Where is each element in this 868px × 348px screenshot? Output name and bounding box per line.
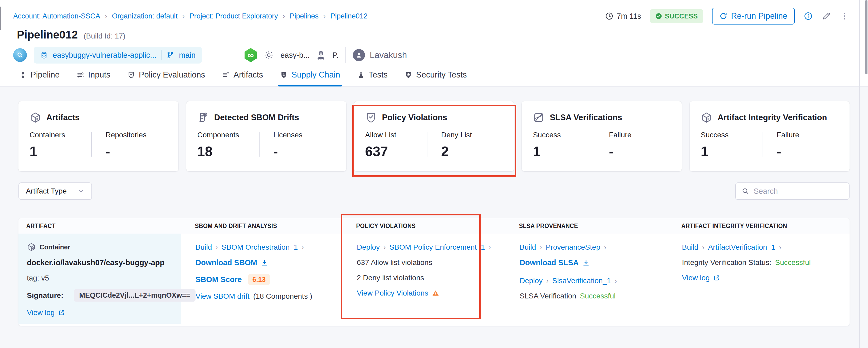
breadcrumb-separator [105,12,107,20]
top-actions: 7m 11s SUCCESS Re-run Pipeline [605,8,849,25]
external-link-icon [713,274,720,281]
metric-label: Containers [30,131,91,139]
stage-link[interactable]: Build [520,243,536,252]
clock-icon [605,12,614,20]
table-header-row: ARTIFACT SBOM AND DRIFT ANALYSIS POLICY … [19,218,849,234]
download-icon [582,259,590,266]
col-sbom: SBOM AND DRIFT ANALYSIS [187,222,336,230]
tab-supply-chain[interactable]: Supply Chain [280,70,340,86]
artifact-type-label: Artifact Type [26,187,67,195]
metric-label: Allow List [365,131,427,139]
metric-value: 1 [533,143,594,159]
metric-value: 637 [365,143,427,159]
col-slsa: SLSA PROVENANCE [511,222,661,230]
user-avatar [353,49,365,61]
top-bar: Account: Automation-SSCA Organization: d… [0,0,868,24]
stage-link[interactable]: Build [195,243,212,252]
col-artifact: ARTIFACT [19,222,174,230]
sbom-score-link[interactable]: SBOM Score [195,275,242,284]
card-title: Detected SBOM Drifts [214,113,299,122]
summary-cards: Artifacts Containers 1 Repositories - [19,101,849,171]
metric-value: 1 [701,143,762,159]
step-link[interactable]: SlsaVerification_1 [552,277,611,285]
search-input[interactable] [754,187,843,196]
allow-list-violations: 637 Allow list violations [357,258,432,267]
pill-divider [161,50,161,60]
download-slsa-link[interactable]: Download SLSA [520,258,579,267]
tab-label: Inputs [88,70,110,80]
breadcrumb-organization[interactable]: Organization: default [112,12,178,20]
tab-label: Security Tests [416,70,467,80]
artifact-type-badge: Container [39,243,70,251]
info-icon[interactable] [804,11,813,21]
scrollbar-thumb[interactable] [865,0,867,74]
tab-label: Supply Chain [291,70,340,80]
breadcrumb-project[interactable]: Project: Product Exploratory [189,12,278,20]
git-branch-icon [166,51,174,59]
metric-value: - [105,143,167,159]
metric-value: - [777,143,838,159]
slsa-status-value: Successful [580,292,616,300]
step-link[interactable]: SBOM Orchestration_1 [222,243,298,252]
service-name[interactable]: easy-b... [280,51,310,60]
signature-value[interactable]: MEQCICde2Vjl...L+2+mqnOXw== [74,289,195,301]
supply-chain-content: Artifacts Containers 1 Repositories - [0,86,868,348]
cube-icon [701,112,712,123]
metric-label: Success [701,131,762,139]
integrity-status-value: Successful [775,258,811,267]
pipeline-icon [19,71,27,79]
edit-pipeline-icon[interactable] [822,11,831,21]
breadcrumb-pipeline012[interactable]: Pipeline012 [331,12,368,20]
tab-security-tests[interactable]: Security Tests [404,70,467,86]
step-link[interactable]: SBOM Policy Enforcement_1 [390,243,485,252]
view-policy-violations-link[interactable]: View Policy Violations [357,289,428,297]
cell-policy-violations: Deploy SBOM Policy Enforcement_1 637 All… [348,234,511,326]
artifacts-icon [222,71,230,79]
tab-pipeline[interactable]: Pipeline [19,70,60,86]
cube-icon [30,112,41,123]
step-link[interactable]: ProvenanceStep [546,243,600,252]
view-log-link[interactable]: View log [682,274,710,282]
stage-link[interactable]: Deploy [357,243,380,252]
breadcrumb-account[interactable]: Account: Automation-SSCA [13,12,100,20]
trigger-user-name: Lavakush [370,50,407,60]
branch-name[interactable]: main [179,51,195,60]
view-log-link[interactable]: View log [27,309,55,317]
cell-sbom-drift: Build SBOM Orchestration_1 Download SBOM… [187,234,348,326]
repo-name[interactable]: easybuggy-vulnerable-applic... [53,51,156,60]
codebase-icon [13,48,27,62]
breadcrumb-separator [182,12,185,20]
more-options-icon[interactable] [840,11,849,21]
cell-artifact: Container docker.io/lavakush07/easy-bugg… [19,234,187,326]
step-link[interactable]: ArtifactVerification_1 [708,243,775,252]
artifact-image-name: docker.io/lavakush07/easy-buggy-app [27,258,164,267]
meta-divider [345,47,346,63]
pipeline-execution-page: Account: Automation-SSCA Organization: d… [0,0,868,348]
download-sbom-link[interactable]: Download SBOM [195,258,257,267]
scrollbar-track [859,0,860,348]
tab-artifacts[interactable]: Artifacts [222,70,263,86]
view-sbom-drift-link[interactable]: View SBOM drift [195,292,250,300]
stage-link[interactable]: Build [682,243,698,252]
tab-policy-evaluations[interactable]: Policy Evaluations [127,70,205,86]
harness-logo-icon: ∞ [244,48,257,62]
breadcrumb-pipelines[interactable]: Pipelines [290,12,319,20]
metric-components: Components 18 [197,131,259,159]
status-text: SUCCESS [665,12,698,20]
rerun-pipeline-button[interactable]: Re-run Pipeline [712,8,795,25]
filter-row: Artifact Type [19,182,849,200]
stage-link[interactable]: Deploy [520,277,542,285]
breadcrumb-separator [283,12,285,20]
sbom-document-icon [197,112,209,123]
tab-tests[interactable]: Tests [357,70,388,86]
metric-value: 1 [30,143,91,159]
shield-check-icon [127,71,135,79]
tab-inputs[interactable]: Inputs [76,70,110,86]
breadcrumb: Account: Automation-SSCA Organization: d… [13,12,368,20]
artifact-tag: tag: v5 [27,274,49,282]
environment-abbrev[interactable]: P. [332,51,339,60]
artifact-type-select[interactable]: Artifact Type [19,182,92,200]
col-integrity: ARTIFACT INTEGRITY VERIFICATION [674,222,836,230]
breadcrumb-separator [323,12,326,20]
search-box [735,182,849,200]
